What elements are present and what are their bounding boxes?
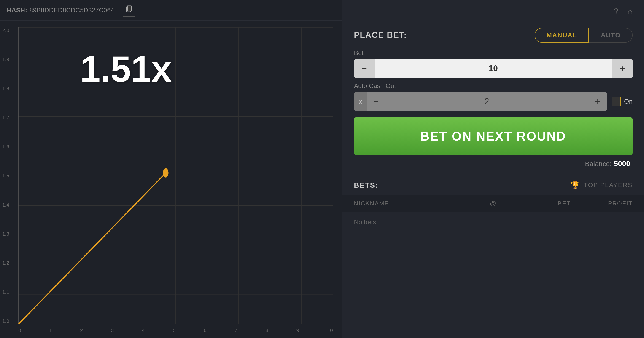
cashout-input-wrapper: x − + — [354, 92, 607, 111]
col-nickname-header: NICKNAME — [354, 200, 478, 207]
balance-label: Balance: — [585, 160, 612, 168]
bets-header: BETS: 🏆 TOP PLAYERS — [342, 175, 644, 195]
cashout-x-prefix: x — [354, 92, 367, 111]
col-bet-header: BET — [509, 200, 571, 207]
auto-cashout-toggle[interactable] — [612, 97, 621, 106]
mode-buttons: MANUAL AUTO — [535, 28, 632, 42]
multiplier-display: 1.51x — [80, 48, 172, 90]
bet-section: PLACE BET: MANUAL AUTO Bet − + Auto Cash… — [342, 23, 644, 175]
place-bet-header: PLACE BET: MANUAL AUTO — [354, 28, 632, 42]
right-panel: ? ⌂ PLACE BET: MANUAL AUTO Bet − + Auto … — [342, 0, 644, 338]
home-button[interactable]: ⌂ — [625, 4, 635, 19]
on-toggle-wrapper: On — [612, 97, 632, 106]
bets-section: BETS: 🏆 TOP PLAYERS NICKNAME @ BET PROFI… — [342, 175, 644, 338]
hash-bar: HASH: 89B8DDED8CDC5D327C064... — [0, 0, 342, 20]
x-axis-labels: 0 1 2 3 4 5 6 7 8 9 10 — [18, 328, 333, 334]
bet-plus-button[interactable]: + — [612, 59, 632, 78]
no-bets-message: No bets — [342, 212, 644, 233]
top-action-bar: ? ⌂ — [342, 0, 644, 23]
bet-next-round-button[interactable]: BET ON NEXT ROUND — [354, 117, 632, 155]
bets-title: BETS: — [354, 181, 378, 189]
balance-value: 5000 — [614, 160, 630, 168]
place-bet-title: PLACE BET: — [354, 30, 407, 40]
chart-area: 1.51x 2.0 1.9 1.8 1.7 1.6 1.5 1.4 1.3 1.… — [0, 20, 342, 338]
col-profit-header: PROFIT — [570, 200, 632, 207]
top-players-label: TOP PLAYERS — [584, 181, 632, 189]
hash-value: 89B8DDED8CDC5D327C064... — [30, 7, 120, 14]
help-button[interactable]: ? — [612, 4, 621, 19]
bets-table-header: NICKNAME @ BET PROFIT — [342, 195, 644, 212]
auto-cashout-row: x − + On — [354, 92, 632, 111]
svg-rect-1 — [128, 6, 132, 11]
y-axis-labels: 2.0 1.9 1.8 1.7 1.6 1.5 1.4 1.3 1.2 1.1 … — [2, 27, 10, 324]
manual-mode-button[interactable]: MANUAL — [535, 28, 589, 42]
bet-input-row: − + — [354, 59, 632, 78]
left-panel: HASH: 89B8DDED8CDC5D327C064... 1.51x 2.0… — [0, 0, 342, 338]
on-label: On — [624, 98, 632, 105]
chart-svg — [18, 27, 333, 324]
auto-mode-button[interactable]: AUTO — [589, 28, 632, 42]
bet-label: Bet — [354, 49, 632, 57]
cashout-input[interactable] — [385, 97, 589, 106]
bet-input[interactable] — [374, 64, 612, 73]
trophy-icon: 🏆 — [571, 181, 580, 189]
hash-copy-button[interactable] — [123, 4, 135, 17]
bet-minus-button[interactable]: − — [354, 59, 374, 78]
cashout-plus-button[interactable]: + — [589, 92, 607, 111]
auto-cashout-label: Auto Cash Out — [354, 82, 632, 90]
hash-label: HASH: — [7, 7, 27, 14]
cashout-minus-button[interactable]: − — [367, 92, 385, 111]
balance-row: Balance: 5000 — [354, 155, 632, 168]
top-players-button[interactable]: 🏆 TOP PLAYERS — [571, 181, 632, 189]
main-layout: HASH: 89B8DDED8CDC5D327C064... 1.51x 2.0… — [0, 0, 644, 338]
svg-point-25 — [163, 168, 168, 177]
col-at-header: @ — [478, 200, 508, 207]
